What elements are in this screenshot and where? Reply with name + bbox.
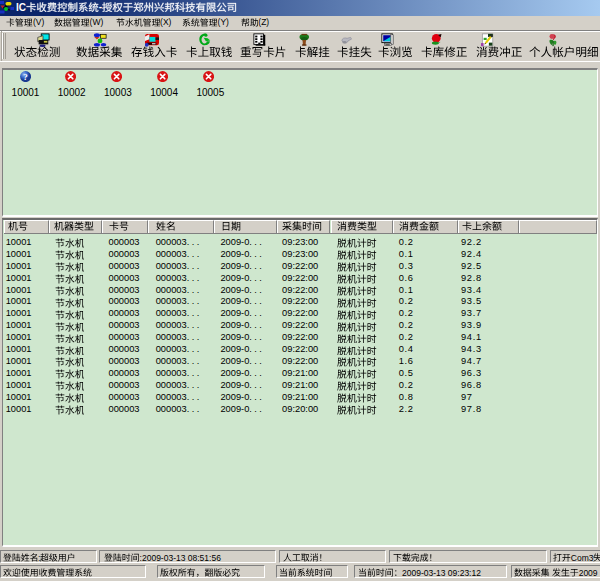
svg-text:?: ? <box>23 72 27 82</box>
